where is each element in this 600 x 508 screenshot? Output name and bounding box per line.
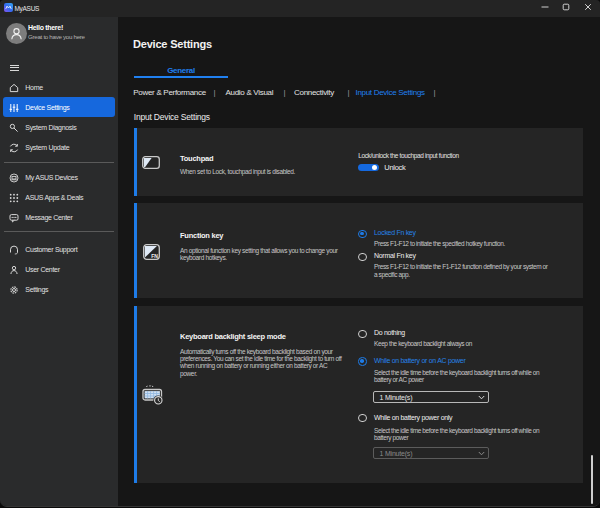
svg-text:FN: FN — [151, 253, 158, 259]
